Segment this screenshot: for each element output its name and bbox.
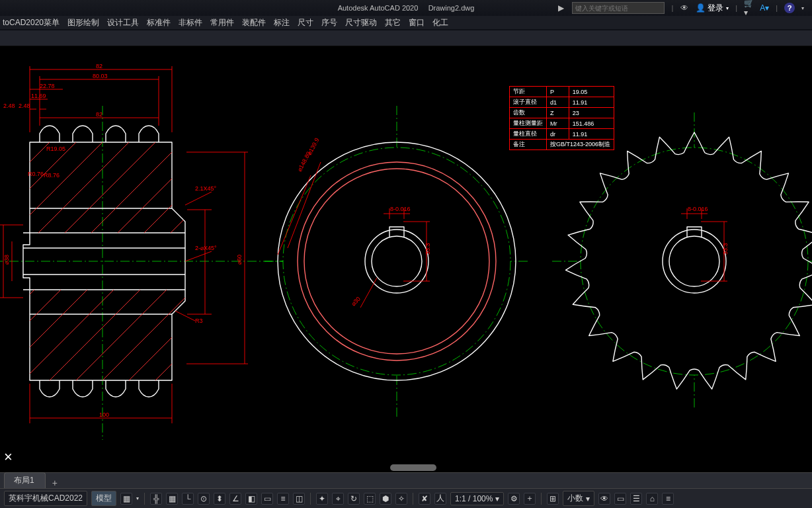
nav-icon[interactable]: 人 (434, 493, 446, 505)
aux-icon[interactable]: ✦ (316, 493, 328, 505)
iso-icon[interactable]: ⬍ (214, 493, 225, 505)
list-icon[interactable]: ☰ (630, 493, 642, 505)
dim-100: 100 (99, 411, 109, 418)
menu-item[interactable]: 常用件 (210, 17, 234, 28)
lwt-icon[interactable]: ≡ (277, 493, 289, 505)
snap-icon[interactable]: ╬ (150, 493, 162, 505)
menu-item[interactable]: 标准件 (147, 17, 171, 28)
add-tab-button[interactable]: + (48, 478, 61, 488)
table-row: 节距P19.05 (510, 87, 614, 97)
play-icon[interactable]: ▶ (556, 3, 565, 13)
table-row: 量柱直径dr11.91 (510, 129, 614, 140)
dim-r876: R8.76 (44, 172, 60, 179)
sheet-tabs: 布局1 + (0, 472, 812, 488)
aux6-icon[interactable]: ✧ (395, 493, 407, 505)
svg-line-16 (0, 99, 304, 470)
binoculars-icon[interactable]: 👁 (680, 3, 689, 13)
dim-key-tol: 8-0.016 (390, 206, 411, 212)
dim-248b: 2.48 (19, 103, 30, 109)
tray-icon[interactable]: ≡ (662, 493, 674, 505)
tab-model[interactable]: 模型 (91, 491, 116, 506)
svg-line-11 (0, 46, 238, 403)
close-icon[interactable]: × (4, 448, 13, 466)
dim-key-tol2: 8-0.016 (688, 206, 708, 212)
drawing-area[interactable]: 82 80.03 22.78 11.69 2.48 2.48 82 R19.05… (0, 46, 812, 472)
menu-item[interactable]: 其它 (385, 17, 401, 28)
horizontal-scrollbar[interactable] (390, 464, 436, 471)
app-menu-icon[interactable]: A▾ (760, 3, 769, 13)
app-name: Autodesk AutoCAD 2020 (338, 4, 419, 12)
gear-icon[interactable]: ⚙ (508, 493, 520, 505)
aux5-icon[interactable]: ⬢ (380, 493, 391, 505)
dim-chamfer1: 2.1X45° (195, 185, 217, 192)
dim-d60l: ⌀60 (236, 255, 243, 265)
parameter-table: 节距P19.05 滚子直径d111.91 齿数Z23 量柱测量距Mr151.48… (509, 86, 614, 150)
grid-toggle-icon[interactable]: ▦ (166, 493, 178, 505)
osnap-icon[interactable]: ∠ (229, 493, 241, 505)
dim-22: 22.78 (40, 83, 55, 89)
menu-item[interactable]: 尺寸驱动 (345, 17, 377, 28)
dim-r3: R3 (195, 318, 203, 324)
aux3-icon[interactable]: ↻ (348, 493, 360, 505)
units-decimal[interactable]: 小数 ▾ (563, 491, 594, 506)
eye-icon[interactable]: 👁 (598, 493, 610, 505)
table-row: 量柱测量距Mr151.486 (510, 118, 614, 129)
toolbar-spacer (0, 30, 812, 46)
dim-82b: 82 (96, 111, 102, 118)
svg-point-29 (283, 148, 510, 375)
help-icon[interactable]: ? (784, 3, 795, 13)
status-bar: 英科宇机械CAD2022 模型 ▦ ▾ ╬ ▦ └ ⊙ ⬍ ∠ ◧ ▭ ≡ ◫ … (0, 488, 812, 508)
search-input[interactable] (572, 2, 665, 14)
title-bar: Autodesk AutoCAD 2020 Drawing2.dwg ▶ | 👁… (0, 0, 812, 16)
dim-248a: 2.48 (3, 103, 15, 109)
svg-point-36 (581, 148, 808, 375)
dim-80: 80.03 (93, 73, 108, 79)
status-info[interactable]: 英科宇机械CAD2022 (4, 491, 87, 506)
menu-item[interactable]: 设计工具 (107, 17, 139, 28)
menu-item[interactable]: 标注 (274, 17, 290, 28)
zoom-ratio[interactable]: 1:1 / 100% ▾ (450, 492, 504, 505)
menu-item[interactable]: toCAD2020菜单 (3, 17, 60, 28)
aux2-icon[interactable]: ⌖ (332, 493, 344, 505)
polar-icon[interactable]: ⊙ (198, 493, 210, 505)
otrack-icon[interactable]: ◧ (245, 493, 257, 505)
menu-item[interactable]: 序号 (321, 17, 337, 28)
tpy-icon[interactable]: ◫ (293, 493, 305, 505)
box-icon[interactable]: ▭ (614, 493, 626, 505)
cart-icon[interactable]: 🛒▾ (744, 3, 753, 13)
walk-icon[interactable]: ✘ (419, 493, 430, 505)
sign-in-button[interactable]: 👤 登录 ▾ (696, 3, 729, 14)
menu-item[interactable]: 窗口 (409, 17, 425, 28)
menu-item[interactable]: 非标件 (179, 17, 202, 28)
dim-r076: R0.76 (28, 171, 44, 177)
tab-layout1[interactable]: 布局1 (4, 472, 46, 488)
plus-icon[interactable]: ＋ (524, 493, 536, 505)
ann-icon[interactable]: ⊞ (547, 493, 559, 505)
menu-item[interactable]: 化工 (432, 17, 448, 28)
svg-line-15 (0, 86, 291, 456)
ortho-icon[interactable]: └ (182, 493, 194, 505)
grid-icon[interactable]: ▦ (120, 493, 132, 505)
dim-key-h2: 33.3 (722, 243, 729, 255)
table-row: 备注按GB/T1243-2006制造 (510, 140, 614, 150)
menu-bar: toCAD2020菜单 图形绘制 设计工具 标准件 非标件 常用件 装配件 标注… (0, 16, 812, 30)
dim-key-h: 33.3 (425, 243, 431, 255)
dim-11: 11.69 (31, 93, 46, 99)
dim-33: 33.3 (0, 253, 1, 265)
user-icon: 👤 (696, 3, 705, 13)
dim-38: ⌀38 (3, 255, 10, 265)
aux4-icon[interactable]: ⬚ (364, 493, 376, 505)
menu-item[interactable]: 装配件 (242, 17, 266, 28)
table-row: 齿数Z23 (510, 108, 614, 118)
dim-chamfer2: 2-⌀X45° (195, 245, 217, 251)
dim-82: 82 (96, 63, 102, 69)
dyn-icon[interactable]: ▭ (261, 493, 273, 505)
monitor-icon[interactable]: ⌂ (646, 493, 658, 505)
table-row: 滚子直径d111.91 (510, 97, 614, 108)
menu-item[interactable]: 尺寸 (298, 17, 313, 28)
menu-item[interactable]: 图形绘制 (67, 17, 99, 28)
dim-phi139: ⌀139.9 (306, 137, 321, 156)
drawing-svg: 82 80.03 22.78 11.69 2.48 2.48 82 R19.05… (0, 46, 812, 472)
file-name: Drawing2.dwg (428, 4, 475, 12)
svg-line-12 (0, 46, 251, 417)
